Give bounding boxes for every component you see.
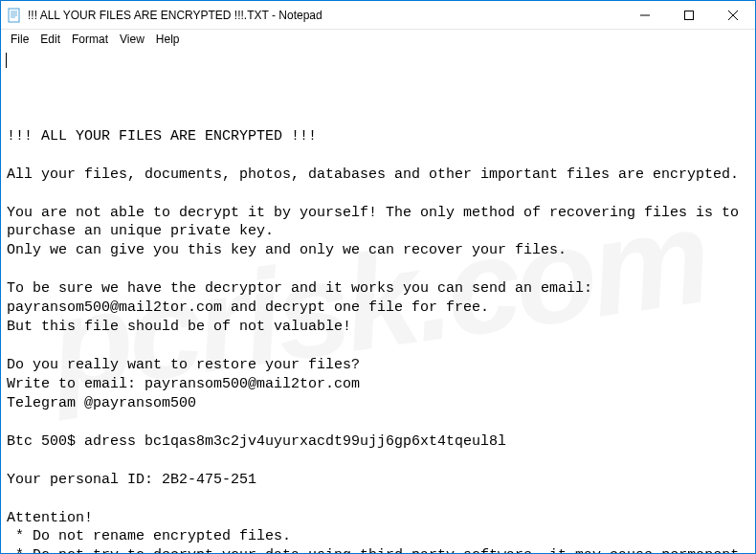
menu-view[interactable]: View xyxy=(114,31,150,48)
close-button[interactable] xyxy=(711,1,755,29)
menu-file[interactable]: File xyxy=(5,31,34,48)
maximize-button[interactable] xyxy=(667,1,711,29)
text-content: !!! ALL YOUR FILES ARE ENCRYPTED !!! All… xyxy=(7,127,749,553)
titlebar[interactable]: !!! ALL YOUR FILES ARE ENCRYPTED !!!.TXT… xyxy=(1,1,755,30)
minimize-button[interactable] xyxy=(623,1,667,29)
text-area[interactable]: pcrisk.com !!! ALL YOUR FILES ARE ENCRYP… xyxy=(1,49,755,553)
menu-help[interactable]: Help xyxy=(150,31,186,48)
menubar: File Edit Format View Help xyxy=(1,30,755,49)
menu-format[interactable]: Format xyxy=(66,31,114,48)
window-controls xyxy=(623,1,755,29)
notepad-window: !!! ALL YOUR FILES ARE ENCRYPTED !!!.TXT… xyxy=(0,0,756,554)
svg-rect-6 xyxy=(685,11,694,19)
text-cursor xyxy=(6,53,7,68)
menu-edit[interactable]: Edit xyxy=(34,31,66,48)
window-title: !!! ALL YOUR FILES ARE ENCRYPTED !!!.TXT… xyxy=(28,9,623,22)
notepad-icon xyxy=(7,8,22,23)
